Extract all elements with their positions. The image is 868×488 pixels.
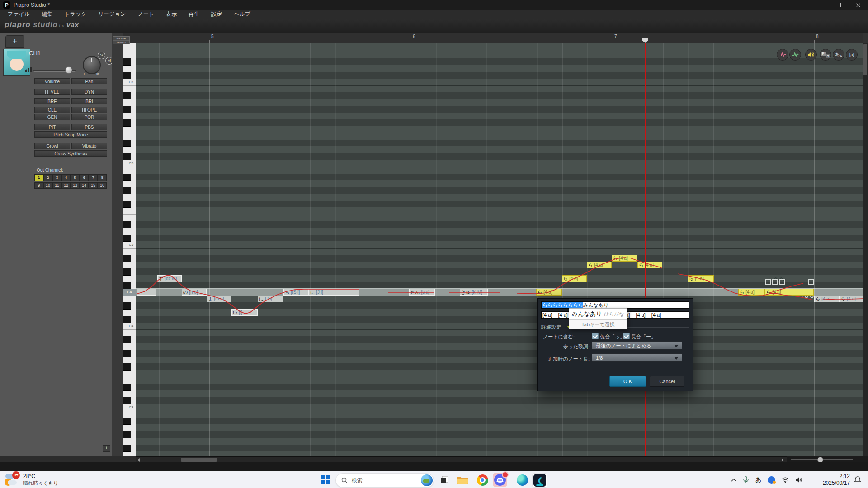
midi-note[interactable]: ら[4 a] bbox=[765, 289, 814, 296]
black-key[interactable] bbox=[123, 397, 131, 404]
edge-icon[interactable] bbox=[515, 473, 529, 487]
panel-button-pit[interactable]: PIT bbox=[34, 124, 70, 130]
pitch-line-icon[interactable] bbox=[777, 49, 788, 61]
meter-tempo-box[interactable]: METER TEMPO bbox=[113, 36, 130, 44]
panel-button-bre[interactable]: BRE bbox=[34, 98, 70, 104]
panel-button-cle[interactable]: CLE bbox=[34, 107, 70, 113]
cancel-button[interactable]: Cancel bbox=[650, 376, 684, 387]
panel-add-button[interactable]: + bbox=[103, 445, 110, 452]
panel-button-vibrato[interactable]: Vibrato bbox=[71, 143, 107, 149]
black-key[interactable] bbox=[123, 255, 131, 262]
out-channel-4[interactable]: 4 bbox=[61, 174, 71, 181]
vertical-scroll-thumb[interactable] bbox=[863, 44, 867, 75]
vibrato-handle[interactable] bbox=[779, 279, 785, 285]
midi-note[interactable]: に[J i] bbox=[309, 289, 359, 296]
phoneme-display-icon[interactable]: [a] bbox=[846, 49, 858, 61]
vibrato-handle[interactable] bbox=[772, 279, 778, 285]
midi-note[interactable]: い[i] bbox=[231, 309, 258, 316]
ime-candidate-row[interactable]: みんなあり ひらがな bbox=[569, 309, 627, 319]
panel-button-pitch-snap-mode[interactable]: Pitch Snap Mode bbox=[34, 131, 107, 138]
ok-button[interactable]: O K bbox=[609, 376, 646, 387]
menu-item-8[interactable]: ヘルプ bbox=[228, 10, 256, 18]
black-key[interactable] bbox=[123, 174, 131, 181]
out-channel-8[interactable]: 8 bbox=[98, 174, 107, 181]
leftover-dropdown[interactable]: 最後のノートにまとめる bbox=[592, 341, 682, 350]
search-box[interactable]: 検索 bbox=[335, 473, 434, 488]
black-key[interactable] bbox=[123, 302, 131, 310]
menu-item-4[interactable]: ノート bbox=[132, 10, 160, 18]
horizontal-scroll-thumb[interactable] bbox=[181, 458, 217, 462]
panel-button-ope[interactable]: OPE bbox=[71, 107, 107, 113]
notelen-dropdown[interactable]: 1/8 bbox=[592, 353, 682, 362]
weather-widget[interactable]: 9+ 28°C 晴れ時々くもり bbox=[5, 472, 58, 487]
panel-button-por[interactable]: POR bbox=[71, 114, 107, 120]
panel-button-cross-synthesis[interactable]: Cross Synthesis bbox=[34, 150, 107, 157]
midi-note[interactable]: ず[dz M] bbox=[157, 275, 182, 282]
details-label[interactable]: 詳細設定 bbox=[541, 324, 561, 331]
midi-note[interactable]: ら[4 a] bbox=[738, 289, 765, 296]
midi-note[interactable]: ら[4 a] bbox=[814, 296, 840, 302]
menu-item-7[interactable]: 設定 bbox=[205, 10, 228, 18]
menu-item-6[interactable]: 再生 bbox=[183, 10, 205, 18]
panel-button-volume[interactable]: Volume bbox=[34, 78, 70, 84]
panel-button-pbs[interactable]: PBS bbox=[71, 124, 107, 130]
out-channel-3[interactable]: 3 bbox=[52, 174, 61, 181]
lyric-kana-icon[interactable]: あA bbox=[833, 49, 844, 61]
midi-note[interactable]: ら[4 a] bbox=[562, 275, 587, 282]
phoneme-protect-icon[interactable]: P S bbox=[820, 49, 831, 61]
out-channel-15[interactable]: 15 bbox=[89, 182, 98, 189]
speaker-icon[interactable] bbox=[805, 49, 817, 61]
timeline-ruler[interactable]: METER TEMPO 5678 bbox=[123, 33, 863, 43]
file-explorer-icon[interactable] bbox=[456, 473, 469, 487]
black-key[interactable] bbox=[123, 92, 131, 99]
panel-button-bri[interactable]: BRI bbox=[71, 98, 107, 104]
out-channel-13[interactable]: 13 bbox=[71, 182, 80, 189]
out-channel-9[interactable]: 9 bbox=[34, 182, 43, 189]
black-key[interactable] bbox=[123, 445, 131, 452]
scroll-left-arrow[interactable] bbox=[137, 458, 140, 462]
midi-note[interactable]: ら[4 a] bbox=[688, 275, 714, 282]
sokuon-checkbox[interactable] bbox=[592, 333, 599, 339]
black-key[interactable] bbox=[123, 58, 131, 66]
onedrive-account-icon[interactable] bbox=[768, 476, 775, 484]
vibrato-handle[interactable] bbox=[765, 279, 771, 285]
out-channel-6[interactable]: 6 bbox=[80, 174, 89, 181]
black-key[interactable] bbox=[123, 384, 131, 391]
out-channel-16[interactable]: 16 bbox=[98, 182, 107, 189]
midi-note[interactable] bbox=[137, 289, 156, 296]
task-view-button[interactable] bbox=[438, 473, 451, 487]
minimize-button[interactable] bbox=[808, 0, 828, 10]
tray-chevron-icon[interactable] bbox=[731, 478, 736, 482]
current-pitch-key[interactable]: F4 bbox=[123, 289, 136, 296]
black-key[interactable] bbox=[123, 187, 131, 194]
out-channel-2[interactable]: 2 bbox=[43, 174, 52, 181]
black-key[interactable] bbox=[123, 119, 131, 127]
start-button[interactable] bbox=[319, 473, 333, 487]
midi-note[interactable]: ら[4 a] bbox=[637, 262, 662, 268]
close-button[interactable] bbox=[848, 0, 868, 10]
daw-app-icon[interactable]: ❮ bbox=[532, 473, 547, 488]
piano-roll[interactable]: ず[dz M]の[n o]ま[m a]い[i]に[J i]ち[tS i]に[J … bbox=[136, 43, 863, 456]
wifi-icon[interactable] bbox=[782, 477, 789, 483]
solo-button[interactable]: S bbox=[98, 52, 105, 59]
maximize-button[interactable] bbox=[828, 0, 848, 10]
menu-item-5[interactable]: 表示 bbox=[160, 10, 183, 18]
volume-icon[interactable] bbox=[795, 477, 802, 483]
midi-note[interactable]: の[n o] bbox=[182, 289, 207, 296]
out-channel-1[interactable]: 1 bbox=[34, 174, 43, 181]
black-key[interactable] bbox=[123, 431, 131, 438]
menu-item-1[interactable]: 編集 bbox=[36, 10, 58, 18]
out-channel-11[interactable]: 11 bbox=[52, 182, 61, 189]
midi-note[interactable]: に[J i] bbox=[258, 296, 283, 302]
search-highlight-earth-icon[interactable] bbox=[421, 474, 433, 486]
panel-button-vel[interactable]: VEL bbox=[34, 89, 70, 95]
microphone-icon[interactable] bbox=[743, 476, 749, 483]
vibrato-handle[interactable] bbox=[808, 279, 814, 285]
meter-label[interactable]: METER bbox=[113, 37, 129, 41]
midi-note[interactable]: ら[4 a] bbox=[612, 255, 637, 262]
black-key[interactable] bbox=[123, 201, 131, 208]
black-key[interactable] bbox=[123, 282, 131, 289]
black-key[interactable] bbox=[123, 268, 131, 276]
out-channel-5[interactable]: 5 bbox=[71, 174, 80, 181]
horizontal-scrollbar[interactable] bbox=[136, 456, 787, 463]
